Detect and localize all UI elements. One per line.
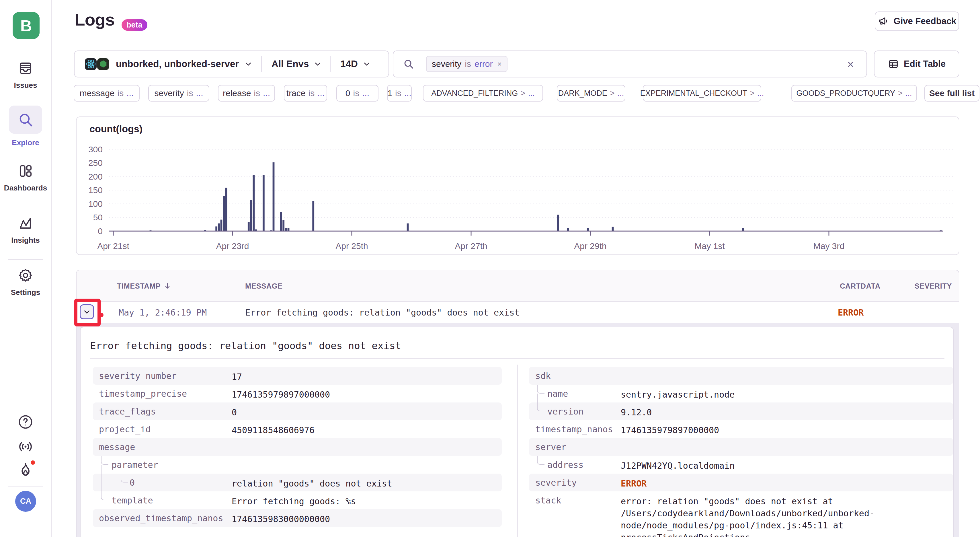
detail-value: 1746135979897000000	[232, 389, 495, 401]
environment-selector[interactable]: All Envs	[272, 59, 309, 69]
whats-new-icon[interactable]	[0, 461, 51, 479]
svg-text:Apr 29th: Apr 29th	[574, 241, 606, 251]
detail-row-parameter: parameter	[93, 456, 502, 473]
column-header-cartdata[interactable]: CARTDATA	[838, 270, 882, 302]
page-filter-bar: unborked, unborked-server All Envs 14D	[74, 51, 389, 78]
detail-key: project_id	[93, 420, 151, 434]
sidebar: B IssuesExploreDashboardsInsightsSetting…	[0, 0, 52, 537]
sidebar-item-dashboards[interactable]: Dashboards	[0, 163, 51, 193]
edit-table-button[interactable]: Edit Table	[874, 51, 959, 78]
give-feedback-button[interactable]: Give Feedback	[875, 11, 959, 31]
svg-text:150: 150	[88, 185, 103, 195]
explore-icon	[9, 105, 42, 134]
detail-row-address: addressJ12PWN42YQ.localdomain	[529, 456, 953, 473]
svg-text:Apr 21st: Apr 21st	[97, 241, 129, 251]
project-selector[interactable]: unborked, unborked-server	[116, 59, 239, 69]
detail-row-stack: stackerror: relation "goods" does not ex…	[529, 491, 953, 509]
column-header-severity[interactable]: SEVERITY	[915, 270, 952, 302]
detail-value: Error fetching goods: %s	[232, 496, 495, 507]
log-timestamp: May 1, 2:46:19 PM	[119, 302, 207, 323]
detail-key: trace_flags	[93, 402, 156, 416]
give-feedback-label: Give Feedback	[894, 16, 956, 26]
svg-text:Apr 27th: Apr 27th	[455, 241, 487, 251]
detail-key: timestamp_nanos	[529, 420, 613, 434]
svg-text:Apr 25th: Apr 25th	[336, 241, 368, 251]
sidebar-item-settings[interactable]: Settings	[0, 267, 51, 297]
filter-chip-trace[interactable]: traceis...	[284, 85, 327, 102]
detail-key: timestamp_precise	[93, 385, 187, 399]
detail-key: stack	[529, 491, 561, 505]
insights-icon	[18, 215, 33, 231]
detail-value: 0	[232, 406, 495, 419]
detail-row-severity_number: severity_number17	[93, 367, 502, 385]
sidebar-item-label: Issues	[14, 81, 37, 90]
search-icon	[403, 59, 414, 69]
detail-value: 1746135979897000000	[621, 424, 953, 436]
filter-chip-experimental_checkout[interactable]: EXPERIMENTAL_CHECKOUT>...	[643, 85, 761, 102]
token-remove-icon[interactable]: ×	[497, 60, 501, 69]
filter-chip-1[interactable]: 1is...	[387, 85, 412, 102]
detail-row-name: namesentry.javascript.node	[529, 385, 953, 402]
help-icon[interactable]	[0, 414, 51, 430]
svg-text:100: 100	[88, 199, 103, 209]
svg-text:May 1st: May 1st	[694, 241, 725, 251]
token-value: error	[474, 59, 493, 69]
tree-connector	[537, 456, 544, 465]
divider	[261, 56, 262, 72]
expanded-row-zone: Error fetching goods: relation "goods" d…	[76, 323, 959, 537]
expand-row-button[interactable]	[80, 304, 94, 319]
filter-chip-message[interactable]: messageis...	[74, 85, 140, 102]
detail-row-trace_flags: trace_flags0	[93, 402, 502, 420]
detail-value: relation "goods" does not exist	[232, 478, 495, 490]
chevron-down-icon	[245, 60, 252, 68]
sidebar-item-insights[interactable]: Insights	[0, 215, 51, 245]
tree-connector	[537, 394, 538, 402]
search-clear-icon[interactable]: ×	[847, 58, 854, 70]
user-avatar[interactable]: CA	[15, 491, 36, 512]
filter-chip-0[interactable]: 0is...	[336, 85, 379, 102]
detail-key: sdk	[529, 367, 551, 381]
filter-chip-dark_mode[interactable]: DARK_MODE>...	[557, 85, 625, 102]
detail-value: J12PWN42YQ.localdomain	[621, 460, 953, 472]
detail-attributes-left: severity_number17timestamp_precise174613…	[93, 367, 502, 527]
filter-chip-release[interactable]: releaseis...	[218, 85, 275, 102]
detail-row-timestamp_precise: timestamp_precise1746135979897000000	[93, 385, 502, 402]
detail-divider	[90, 358, 945, 359]
sidebar-item-explore[interactable]: Explore	[0, 105, 51, 147]
column-header-message[interactable]: MESSAGE	[245, 270, 283, 302]
annotation-highlight-box	[74, 299, 101, 327]
tree-connector	[121, 473, 128, 483]
detail-value: 17	[232, 371, 495, 383]
detail-row-version: version9.12.0	[529, 402, 953, 420]
log-row[interactable]: May 1, 2:46:19 PM Error fetching goods: …	[76, 302, 959, 323]
settings-icon	[18, 267, 33, 284]
detail-key: severity	[529, 473, 577, 488]
column-header-timestamp[interactable]: TIMESTAMP	[117, 270, 171, 302]
sidebar-item-issues[interactable]: Issues	[0, 60, 51, 90]
date-range-selector[interactable]: 14D	[340, 59, 358, 69]
detail-row-template: templateError fetching goods: %s	[93, 491, 502, 509]
detail-row-severity: severityERROR	[529, 473, 953, 491]
filter-chip-severity[interactable]: severityis...	[148, 85, 209, 102]
tree-connector	[537, 385, 544, 394]
token-key: severity	[432, 59, 461, 69]
detail-key: 0	[93, 473, 135, 488]
detail-key: name	[529, 385, 568, 399]
svg-text:250: 250	[88, 158, 103, 167]
sidebar-divider-bottom	[8, 486, 43, 486]
detail-column-divider	[517, 365, 518, 537]
detail-row-server: server	[529, 438, 953, 456]
org-logo[interactable]: B	[13, 12, 40, 39]
filter-chip-goods_productquery[interactable]: GOODS_PRODUCTQUERY>...	[791, 85, 917, 102]
see-full-list-chip[interactable]: See full list	[924, 85, 979, 102]
broadcast-icon[interactable]	[0, 438, 51, 455]
detail-key: severity_number	[93, 367, 177, 381]
notification-dot	[31, 461, 35, 465]
log-severity: ERROR	[838, 302, 864, 323]
search-bar[interactable]: severity is error × ×	[393, 51, 867, 78]
sidebar-item-label: Settings	[11, 288, 40, 297]
search-filter-token[interactable]: severity is error ×	[426, 56, 508, 72]
filter-chip-advanced_filtering[interactable]: ADVANCED_FILTERING>...	[423, 85, 543, 102]
tree-connector	[101, 473, 102, 491]
detail-key: observed_timestamp_nanos	[93, 509, 223, 523]
